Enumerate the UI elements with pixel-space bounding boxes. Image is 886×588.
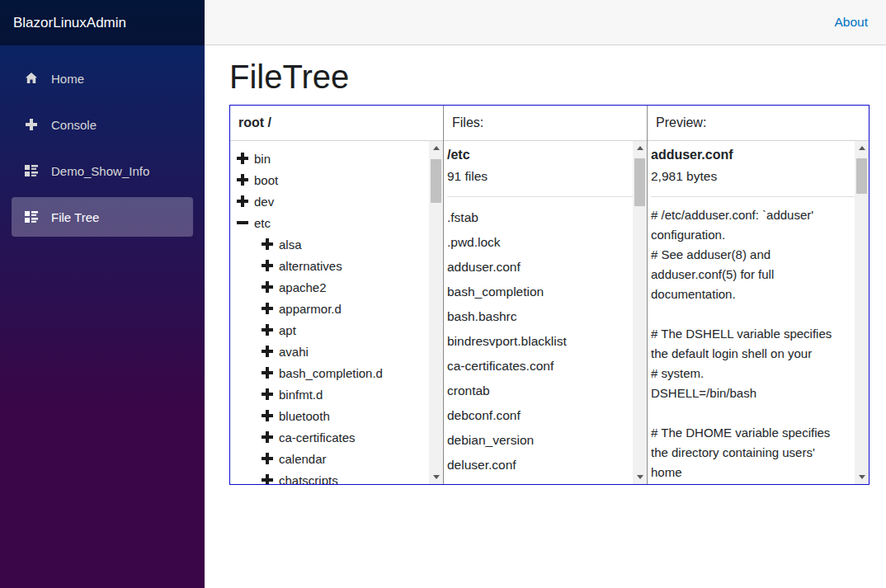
tree-item-label: binfmt.d (279, 388, 323, 402)
file-item[interactable]: debconf.conf (447, 403, 633, 428)
tree-item[interactable]: apache2 (262, 276, 429, 298)
tree-item[interactable]: bin (237, 148, 429, 169)
tree-item[interactable]: boot (237, 169, 429, 191)
tree-item[interactable]: etc (237, 212, 429, 233)
expand-icon[interactable] (237, 174, 248, 186)
expand-icon[interactable] (262, 260, 273, 271)
tree-column-header: root / (230, 106, 443, 141)
preview-scroll-area[interactable]: adduser.conf 2,981 bytes # /etc/adduser.… (648, 141, 869, 484)
expand-icon[interactable] (262, 474, 273, 484)
preview-file-content: # /etc/adduser.conf: `adduser' configura… (651, 205, 844, 484)
sidebar-item-label: Demo_Show_Info (51, 164, 149, 178)
app-title: BlazorLinuxAdmin (13, 15, 126, 31)
about-link[interactable]: About (834, 15, 868, 30)
tree-list: bin boot dev etc alsa alternatives apach… (230, 141, 429, 484)
home-icon (25, 72, 38, 85)
page-content: FileTree root / bin boot dev etc alsa al… (205, 45, 886, 485)
sidebar-item-label: Home (51, 72, 84, 86)
scrollbar-thumb[interactable] (634, 158, 645, 206)
tree-item[interactable]: chatscripts (262, 469, 429, 484)
files-vertical-scrollbar[interactable] (633, 141, 647, 484)
tree-item[interactable]: alsa (262, 233, 429, 255)
tree-item[interactable]: calendar (262, 448, 429, 469)
file-item[interactable]: bindresvport.blacklist (447, 329, 633, 354)
expand-icon[interactable] (262, 324, 273, 336)
tree-item[interactable]: alternatives (262, 255, 429, 276)
expand-icon[interactable] (262, 410, 273, 421)
sidebar-nav: Home Console Demo_Show_Info File Tree (0, 45, 205, 237)
tree-item[interactable]: ca-certificates (262, 426, 429, 448)
divider (447, 196, 633, 197)
files-column-header: Files: (444, 106, 647, 141)
tree-item[interactable]: apparmor.d (262, 298, 429, 319)
scroll-down-icon[interactable] (429, 470, 443, 484)
tree-scroll-area[interactable]: bin boot dev etc alsa alternatives apach… (230, 141, 443, 484)
main-area: About FileTree root / bin boot dev etc a… (205, 0, 886, 588)
tree-item[interactable]: bluetooth (262, 405, 429, 426)
tree-item-label: apt (279, 323, 296, 337)
preview-pane: adduser.conf 2,981 bytes # /etc/adduser.… (648, 141, 855, 484)
sidebar: BlazorLinuxAdmin Home Console Demo_Show_… (0, 0, 205, 588)
file-item[interactable]: debian_version (447, 428, 633, 453)
sidebar-item-console[interactable]: Console (12, 105, 193, 144)
expand-icon[interactable] (262, 431, 273, 443)
file-item[interactable]: ca-certificates.conf (447, 354, 633, 379)
scroll-up-icon[interactable] (633, 141, 647, 155)
scroll-up-icon[interactable] (429, 141, 443, 155)
tree-item-label: boot (254, 173, 278, 187)
scroll-up-icon[interactable] (855, 141, 869, 155)
files-list: /etc 91 files .fstab .pwd.lock adduser.c… (444, 141, 633, 477)
files-scroll-area[interactable]: /etc 91 files .fstab .pwd.lock adduser.c… (444, 141, 647, 484)
expand-icon[interactable] (262, 281, 273, 293)
file-item[interactable]: deluser.conf (447, 453, 633, 477)
sidebar-item-file-tree[interactable]: File Tree (12, 197, 193, 237)
expand-icon[interactable] (262, 238, 273, 250)
sidebar-item-home[interactable]: Home (12, 59, 193, 98)
expand-icon[interactable] (237, 195, 248, 207)
tree-vertical-scrollbar[interactable] (429, 141, 443, 484)
current-directory: /etc (447, 148, 633, 162)
expand-icon[interactable] (262, 388, 273, 400)
collapse-icon[interactable] (237, 217, 248, 228)
scrollbar-thumb[interactable] (856, 158, 867, 194)
tree-item-label: chatscripts (279, 473, 338, 485)
tree-item-label: alsa (279, 238, 302, 252)
scroll-down-icon[interactable] (855, 470, 869, 484)
file-item[interactable]: .fstab (447, 205, 633, 230)
tree-item-label: dev (254, 195, 274, 209)
scroll-down-icon[interactable] (633, 470, 647, 484)
tree-item[interactable]: apt (262, 319, 429, 341)
preview-vertical-scrollbar[interactable] (855, 141, 869, 484)
top-bar: About (205, 0, 886, 45)
file-item[interactable]: crontab (447, 379, 633, 403)
expand-icon[interactable] (262, 303, 273, 314)
sidebar-item-demo-show-info[interactable]: Demo_Show_Info (12, 151, 193, 191)
tree-item-label: calendar (279, 452, 327, 466)
file-item[interactable]: bash.bashrc (447, 304, 633, 329)
expand-icon[interactable] (237, 153, 248, 164)
tree-item-label: ca-certificates (279, 430, 356, 445)
tree-item-label: apache2 (279, 280, 327, 294)
list-icon (25, 210, 38, 223)
expand-icon[interactable] (262, 453, 273, 464)
files-column: Files: /etc 91 files .fstab .pwd.lock ad… (444, 106, 648, 484)
expand-icon[interactable] (262, 346, 273, 357)
tree-item[interactable]: bash_completion.d (262, 362, 429, 383)
file-item[interactable]: .pwd.lock (447, 230, 633, 255)
tree-item[interactable]: avahi (262, 341, 429, 362)
tree-item-label: apparmor.d (279, 302, 342, 316)
tree-item-label: bluetooth (279, 409, 330, 423)
sidebar-item-label: Console (51, 118, 97, 132)
file-item[interactable]: adduser.conf (447, 255, 633, 280)
tree-item-label: bash_completion.d (279, 366, 383, 380)
file-item[interactable]: bash_completion (447, 280, 633, 304)
preview-file-size: 2,981 bytes (651, 169, 855, 184)
tree-item[interactable]: dev (237, 191, 429, 212)
sidebar-item-label: File Tree (51, 210, 99, 224)
tree-item-label: bin (254, 152, 271, 166)
expand-icon[interactable] (262, 367, 273, 379)
page-title: FileTree (229, 58, 886, 96)
scrollbar-thumb[interactable] (431, 159, 441, 203)
tree-column: root / bin boot dev etc alsa alternative… (230, 106, 444, 484)
tree-item[interactable]: binfmt.d (262, 383, 429, 405)
